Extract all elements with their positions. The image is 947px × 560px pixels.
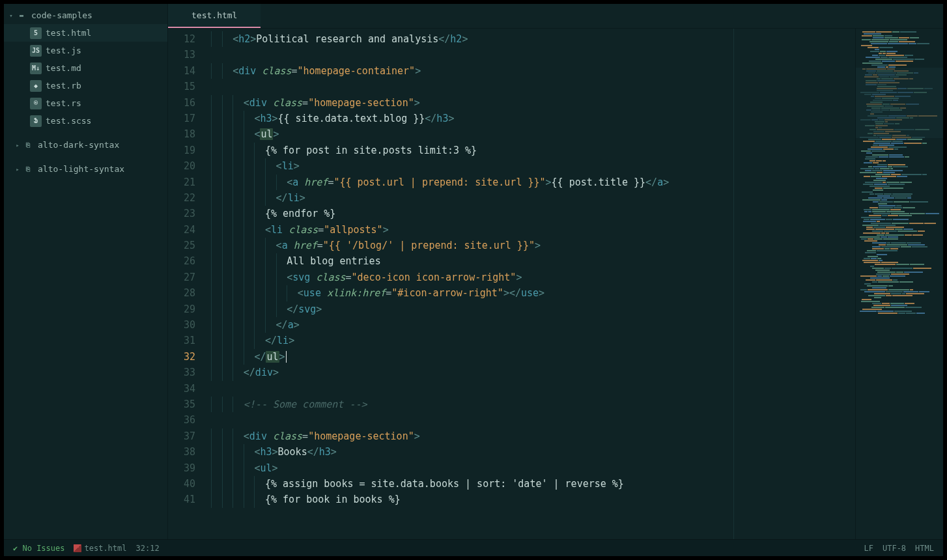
tree-project-alto-light-syntax[interactable]: ▸⎘alto-light-syntax	[4, 160, 167, 178]
check-icon: ✔	[13, 544, 22, 553]
chevron-right-icon: ▸	[13, 142, 22, 148]
file-js-icon: JS	[30, 45, 42, 57]
tree-file-test-rs[interactable]: ®test.rs	[4, 94, 167, 112]
tab-test-html[interactable]: test.html	[168, 4, 261, 28]
code-line[interactable]: <h3>Books</h3>	[211, 444, 855, 460]
tree-file-test-js[interactable]: JStest.js	[4, 42, 167, 59]
code-line[interactable]: All blog entries	[211, 253, 855, 269]
code-line[interactable]: <use xlink:href="#icon-arrow-right"></us…	[211, 285, 855, 301]
tree-file-test-rb[interactable]: ◆test.rb	[4, 77, 167, 94]
status-encoding[interactable]: UTF-8	[883, 544, 906, 553]
code-line[interactable]: <div class="homepage-section">	[211, 428, 855, 444]
status-line-ending[interactable]: LF	[864, 544, 873, 553]
tab-label: test.html	[191, 10, 237, 20]
chevron-right-icon: ▸	[13, 166, 22, 173]
code-line[interactable]: {% for book in books %}	[211, 492, 855, 507]
code-line[interactable]: <a href="{{ post.url | prepend: site.url…	[211, 175, 855, 190]
folder-label: code-samples	[31, 10, 92, 20]
file-status-icon	[74, 544, 81, 552]
code-line[interactable]: <li class="allposts">	[211, 222, 855, 238]
file-md-icon: M↓	[30, 63, 42, 74]
code-line[interactable]: <svg class="deco-icon icon-arrow-right">	[211, 270, 855, 285]
tree-folder-root[interactable]: ▾ ▬ code-samples	[4, 7, 167, 24]
chevron-down-icon: ▾	[7, 12, 16, 19]
code-area[interactable]: 1213141516171819202122232425262728293031…	[168, 29, 943, 539]
code-line[interactable]: <ul>	[211, 126, 855, 142]
text-editor[interactable]: <h2>Political research and analysis</h2>…	[206, 29, 855, 539]
status-issues[interactable]: ✔ No Issues	[13, 544, 64, 553]
code-line[interactable]: <h3>{{ site.data.text.blog }}</h3>	[211, 111, 855, 126]
code-line[interactable]: <div class="homepage-section">	[211, 95, 855, 111]
code-line[interactable]	[211, 381, 855, 397]
file-tree[interactable]: ▾ ▬ code-samples 5test.htmlJStest.jsM↓te…	[4, 4, 168, 539]
code-line[interactable]: {% assign books = site.data.books | sort…	[211, 476, 855, 492]
code-line[interactable]: {% for post in site.posts limit:3 %}	[211, 143, 855, 158]
minimap[interactable]	[855, 29, 943, 539]
code-line[interactable]: </li>	[211, 190, 855, 206]
code-line[interactable]: </li>	[211, 333, 855, 348]
text-cursor	[286, 351, 287, 363]
code-line[interactable]	[211, 47, 855, 63]
code-line[interactable]: <li>	[211, 158, 855, 174]
file-label: test.rb	[46, 81, 81, 91]
repo-icon: ⎘	[22, 139, 34, 151]
repo-icon: ⎘	[22, 163, 34, 175]
file-rb-icon: ◆	[30, 80, 42, 92]
code-line[interactable]: </div>	[211, 365, 855, 380]
code-line[interactable]: </ul>	[211, 349, 855, 365]
status-cursor-position[interactable]: 32:12	[136, 544, 160, 553]
file-label: test.js	[46, 46, 81, 55]
code-line[interactable]: <h2>Political research and analysis</h2>	[211, 31, 855, 47]
tree-file-test-scss[interactable]: Ֆtest.scss	[4, 112, 167, 130]
editor-pane: test.html 121314151617181920212223242526…	[168, 4, 943, 539]
file-label: test.scss	[46, 116, 91, 126]
tree-file-test-html[interactable]: 5test.html	[4, 24, 167, 42]
file-label: test.md	[46, 63, 81, 73]
tree-project-alto-dark-syntax[interactable]: ▸⎘alto-dark-syntax	[4, 136, 167, 154]
status-language[interactable]: HTML	[915, 544, 934, 553]
code-line[interactable]: <!-- Some comment -->	[211, 397, 855, 412]
code-line[interactable]: <ul>	[211, 460, 855, 476]
folder-icon: ▬	[16, 10, 27, 21]
code-line[interactable]: </a>	[211, 317, 855, 333]
gutter: 1213141516171819202122232425262728293031…	[168, 29, 206, 539]
status-bar: ✔ No Issues test.html 32:12 LF UTF-8 HTM…	[4, 539, 943, 556]
minimap-visible-area[interactable]	[856, 68, 943, 138]
tree-file-test-md[interactable]: M↓test.md	[4, 59, 167, 77]
code-line[interactable]	[211, 79, 855, 94]
file-label: test.rs	[46, 98, 81, 108]
tab-bar: test.html	[168, 4, 943, 29]
file-rs-icon: ®	[30, 98, 42, 109]
file-scss-icon: Ֆ	[30, 115, 42, 127]
status-file-path[interactable]: test.html	[74, 544, 126, 553]
code-line[interactable]: <div class="homepage-container">	[211, 63, 855, 79]
project-label: alto-light-syntax	[38, 164, 124, 174]
project-label: alto-dark-syntax	[38, 140, 119, 150]
code-line[interactable]: <a href="{{ '/blog/' | prepend: site.url…	[211, 238, 855, 253]
file-html-icon: 5	[30, 27, 42, 39]
code-line[interactable]: {% endfor %}	[211, 206, 855, 221]
code-line[interactable]: </svg>	[211, 301, 855, 317]
code-line[interactable]	[211, 412, 855, 428]
file-label: test.html	[46, 28, 91, 38]
